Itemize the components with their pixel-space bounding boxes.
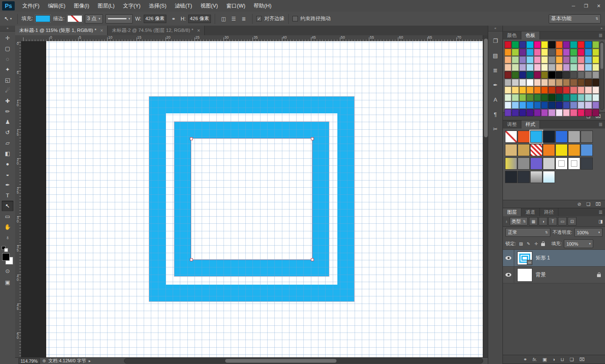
swatch[interactable] [526,71,533,79]
swatch[interactable] [548,79,555,86]
style-item[interactable] [568,157,580,170]
panel-menu-icon[interactable]: ☰ [599,120,605,128]
tab-通道[interactable]: 通道 [521,208,540,216]
zoom-level-field[interactable]: 114.79% [18,358,40,364]
quick-mask-button[interactable]: ⊙ [2,266,13,276]
paragraph-panel-icon[interactable]: ¶ [490,109,501,120]
align-edges-checkbox[interactable]: ✓ [256,16,262,21]
swatch[interactable] [556,102,563,109]
layer-filter-button[interactable]: ▭ [558,217,567,225]
dodge-tool[interactable]: ◒ [2,169,13,180]
menu-item[interactable]: 帮助(H) [250,0,276,12]
style-item[interactable] [530,157,542,170]
swatch[interactable] [585,86,592,94]
swatch[interactable] [570,56,577,63]
style-item[interactable] [530,171,542,183]
swatch[interactable] [512,94,518,101]
new-layer-button[interactable]: ❏ [570,357,574,362]
swatch[interactable] [578,109,584,116]
layer-effects-button[interactable]: fx. [533,357,537,362]
swatch[interactable] [541,41,548,48]
history-brush-tool[interactable]: ↺ [2,127,13,138]
swatch[interactable] [548,86,555,94]
swatch[interactable] [592,102,599,109]
swatch[interactable] [563,109,570,116]
swatch[interactable] [563,49,570,56]
swatch[interactable] [570,64,577,71]
path-arrange-button[interactable]: ≣ [239,15,248,23]
crop-tool[interactable]: ◱ [2,75,13,85]
style-item[interactable] [543,171,555,183]
swatch[interactable] [592,79,599,86]
swatch[interactable] [592,86,599,94]
swatch[interactable] [563,94,570,101]
collapse-tools-button[interactable]: » [0,26,15,31]
swatch[interactable] [541,79,548,86]
status-flyout-icon[interactable]: ▸ [89,359,91,363]
shape-height-field[interactable]: 426 像素 [188,15,211,23]
path-selection-tool[interactable]: ↖ [2,201,13,211]
minimize-button[interactable]: ─ [567,0,580,12]
swatch[interactable] [570,41,577,48]
swatches-scrollbar-thumb[interactable] [600,43,603,69]
collapse-panels-button[interactable]: » [503,26,605,31]
layer-filter-button[interactable]: ▦ [529,217,538,225]
layer-filter-button[interactable]: T [548,217,557,225]
zoom-tool[interactable]: ♁ [2,232,13,243]
style-item[interactable] [555,157,568,170]
swatch[interactable] [526,79,533,86]
lock-all-icon[interactable] [541,243,545,246]
menu-item[interactable]: 视图(V) [196,0,222,12]
visibility-toggle[interactable] [503,250,514,266]
swatch[interactable] [548,41,555,48]
eyedropper-tool[interactable]: ☄ [2,85,13,96]
horizontal-scrollbar-thumb[interactable] [225,359,337,363]
swatch[interactable] [570,94,577,101]
swatch[interactable] [548,64,555,71]
swatch[interactable] [505,56,511,63]
swatch[interactable] [563,71,570,79]
style-item[interactable] [530,131,542,143]
an​chor-point[interactable] [190,137,193,140]
swatch[interactable] [512,56,518,63]
swatch[interactable] [556,49,563,56]
swatch[interactable] [505,49,511,56]
swatch[interactable] [534,41,541,48]
swatch[interactable] [585,71,592,79]
swatch[interactable] [505,79,511,86]
rectangular-marquee-tool[interactable]: ▢ [2,43,13,54]
swatch[interactable] [592,56,599,63]
style-item[interactable] [518,157,530,170]
swatch[interactable] [526,94,533,101]
panel-menu-icon[interactable]: ☰ [599,208,605,216]
menu-item[interactable]: 滤镜(T) [171,0,196,12]
swatch[interactable] [541,109,548,116]
stroke-color-swatch[interactable] [67,15,82,22]
add-layer-mask-button[interactable]: ▣ [542,357,547,362]
document-tab[interactable]: 未标题-1 @ 115% (矩形 1, RGB/8) *× [15,26,108,35]
style-item[interactable] [568,131,580,143]
swatch[interactable] [556,109,563,116]
swatch[interactable] [570,86,577,94]
swatch[interactable] [519,102,526,109]
swatch[interactable] [526,64,533,71]
swatch[interactable] [519,94,526,101]
swatch[interactable] [526,41,533,48]
canvas[interactable] [46,41,483,358]
swatch[interactable] [563,41,570,48]
tab-调整[interactable]: 调整 [503,120,521,128]
swatch[interactable] [578,64,584,71]
horizontal-scrollbar[interactable] [124,358,483,364]
swatch[interactable] [578,56,584,63]
document-tab[interactable]: 未标题-2 @ 74.5% (图层 12, RGB/8) *× [108,26,205,35]
healing-brush-tool[interactable]: ✚ [2,96,13,106]
properties-panel-icon[interactable]: ▤ [490,50,501,61]
swatch[interactable] [585,56,592,63]
swatch[interactable] [563,56,570,63]
swatch[interactable] [512,102,518,109]
menu-item[interactable]: 文字(Y) [119,0,145,12]
style-item[interactable] [518,131,530,143]
swatch[interactable] [512,109,518,116]
rectangle-tool[interactable]: ▭ [2,211,13,222]
swatch[interactable] [592,49,599,56]
